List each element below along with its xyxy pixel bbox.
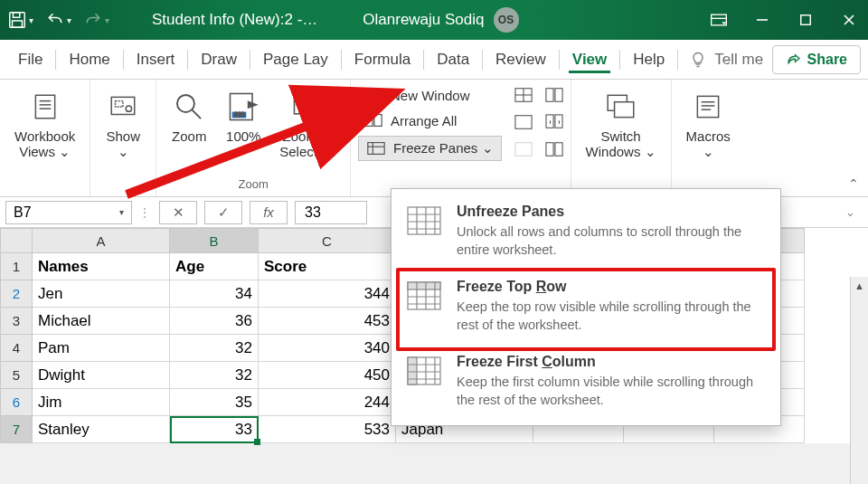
macros-button[interactable]: Macros ⌄ [681, 85, 736, 164]
tab-pagelayout[interactable]: Page Lay [252, 43, 339, 76]
zoom-button[interactable]: Zoom [165, 85, 212, 164]
arrange-all-icon [363, 112, 383, 128]
fbar-handle-icon[interactable]: ⋮ [139, 206, 152, 219]
show-icon [105, 89, 141, 125]
unhide-icon[interactable] [514, 141, 534, 161]
reset-pos-icon[interactable] [545, 141, 565, 161]
cell[interactable]: Jen [33, 280, 170, 308]
redo-icon[interactable]: ▾ [85, 9, 107, 31]
row-header-6[interactable]: 6 [0, 389, 33, 416]
unfreeze-title: Unfreeze Panes [457, 204, 766, 220]
show-label: Show ⌄ [107, 128, 141, 160]
fx-icon[interactable]: fx [250, 201, 288, 224]
sync-scroll-icon[interactable] [545, 114, 565, 134]
close-icon[interactable] [839, 10, 859, 30]
row-header-2[interactable]: 2 [0, 280, 33, 308]
switch-windows-icon [603, 89, 639, 125]
cell[interactable]: Jim [33, 389, 170, 416]
menu-bar: File Home Insert Draw Page Lay Formula D… [0, 40, 868, 80]
switch-windows-button[interactable]: Switch Windows ⌄ [580, 85, 662, 164]
freeze-top-row-item[interactable]: Freeze Top RowKeep the top row visible w… [392, 270, 780, 345]
zoom-selection-icon [289, 89, 326, 125]
tab-review[interactable]: Review [485, 43, 557, 76]
zoom-selection-label: Zoom to Selection [279, 128, 335, 160]
tab-insert[interactable]: Insert [126, 43, 186, 76]
freeze-panes-button[interactable]: Freeze Panes ⌄ [358, 136, 502, 161]
svg-rect-26 [374, 115, 382, 127]
svg-rect-5 [801, 15, 811, 25]
col-header-A[interactable]: A [33, 228, 170, 253]
cell[interactable]: 36 [170, 308, 259, 335]
user-initials-badge[interactable]: OS [494, 7, 519, 33]
undo-icon[interactable]: ▾ [47, 9, 69, 31]
new-window-icon [363, 87, 383, 103]
cell[interactable]: 453 [259, 308, 396, 335]
cell[interactable]: 533 [259, 416, 396, 443]
arrange-all-button[interactable]: Arrange All [358, 110, 502, 130]
save-icon[interactable]: ▾ [9, 9, 31, 31]
formula-value[interactable]: 33 [295, 201, 367, 224]
freeze-first-col-title: Freeze First Column [457, 354, 766, 370]
tab-home[interactable]: Home [58, 43, 120, 76]
view-side-icon[interactable] [545, 87, 565, 107]
name-box[interactable]: B7▾ [5, 201, 132, 224]
cell[interactable]: Score [259, 253, 396, 280]
svg-rect-63 [408, 357, 417, 384]
cell[interactable]: Michael [33, 308, 170, 335]
unfreeze-panes-item[interactable]: Unfreeze PanesUnlock all rows and column… [392, 195, 780, 270]
cell[interactable]: 344 [259, 280, 396, 308]
cell[interactable]: 244 [259, 389, 396, 416]
zoom-group-label: Zoom [239, 177, 269, 191]
cell[interactable]: 35 [170, 389, 259, 416]
cell[interactable]: Stanley [33, 416, 170, 443]
accept-entry-icon[interactable]: ✓ [204, 201, 242, 224]
split-icon[interactable] [514, 87, 534, 107]
cell[interactable]: 32 [170, 335, 259, 362]
minimize-icon[interactable] [752, 10, 772, 30]
zoom-selection-button[interactable]: Zoom to Selection [274, 85, 341, 164]
share-button[interactable]: Share [772, 45, 861, 74]
select-all-corner[interactable] [0, 228, 33, 253]
cell[interactable]: Pam [33, 335, 170, 362]
new-window-button[interactable]: New Window [358, 85, 502, 105]
show-button[interactable]: Show ⌄ [99, 85, 146, 164]
expand-fbar-icon[interactable]: ⌄ [845, 205, 863, 219]
ribbon-options-icon[interactable] [709, 10, 729, 30]
cell[interactable]: 32 [170, 362, 259, 389]
maximize-icon[interactable] [796, 10, 816, 30]
svg-rect-25 [365, 115, 373, 127]
cell[interactable]: 340 [259, 335, 396, 362]
freeze-first-col-item[interactable]: Freeze First ColumnKeep the first column… [392, 345, 780, 420]
workbook-views-button[interactable]: Workbook Views ⌄ [9, 85, 80, 164]
row-header-1[interactable]: 1 [0, 253, 33, 280]
tab-formulas[interactable]: Formula [344, 43, 421, 76]
tell-me[interactable]: Tell me [689, 51, 763, 69]
cell[interactable]: 34 [170, 280, 259, 308]
tab-view[interactable]: View [561, 43, 618, 76]
vertical-scrollbar[interactable]: ▲ [850, 277, 868, 484]
cancel-entry-icon[interactable]: ✕ [159, 201, 197, 224]
tab-file[interactable]: File [7, 43, 53, 76]
tab-help[interactable]: Help [622, 43, 675, 76]
zoom-100-button[interactable]: 100 100% [220, 85, 267, 164]
cell[interactable]: Names [33, 253, 170, 280]
row-header-4[interactable]: 4 [0, 335, 33, 362]
row-header-3[interactable]: 3 [0, 308, 33, 335]
svg-text:100: 100 [234, 111, 244, 118]
col-header-C[interactable]: C [259, 228, 396, 253]
tab-data[interactable]: Data [426, 43, 480, 76]
name-box-value: B7 [14, 204, 32, 221]
row-header-5[interactable]: 5 [0, 362, 33, 389]
cell[interactable]: 450 [259, 362, 396, 389]
active-cell[interactable]: 33 [170, 416, 259, 443]
col-header-B[interactable]: B [170, 228, 259, 253]
scroll-up-icon[interactable]: ▲ [854, 280, 864, 291]
cell[interactable]: Dwight [33, 362, 170, 389]
freeze-first-col-icon [404, 354, 444, 394]
freeze-top-row-desc: Keep the top row visible while scrolling… [457, 299, 766, 334]
row-header-7[interactable]: 7 [0, 416, 33, 443]
hide-icon[interactable] [514, 114, 534, 134]
tab-draw[interactable]: Draw [190, 43, 248, 76]
cell[interactable]: Age [170, 253, 259, 280]
collapse-ribbon-icon[interactable]: ⌃ [848, 176, 859, 191]
